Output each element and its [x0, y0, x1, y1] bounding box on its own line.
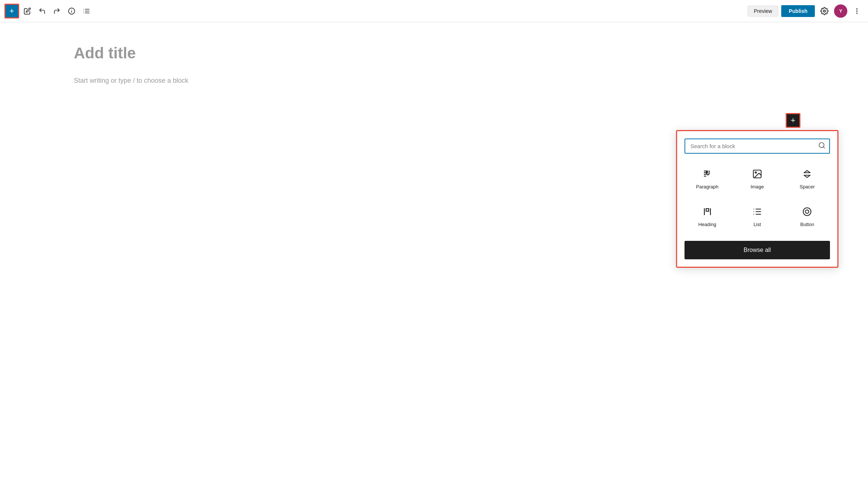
search-box-wrap	[685, 139, 830, 154]
block-item-list[interactable]: List	[734, 200, 780, 233]
add-block-button[interactable]: +	[4, 4, 19, 18]
paragraph-icon	[702, 169, 713, 181]
block-item-heading[interactable]: Heading	[685, 200, 730, 233]
browse-all-button[interactable]: Browse all	[685, 241, 830, 259]
svg-point-11	[857, 11, 857, 11]
more-options-button[interactable]	[850, 4, 864, 18]
block-picker-popup: Paragraph Image	[676, 130, 838, 268]
undo-button[interactable]	[35, 4, 49, 18]
undo-icon	[38, 7, 46, 15]
spacer-icon	[802, 169, 812, 181]
heading-icon	[702, 206, 713, 219]
svg-point-26	[806, 210, 809, 213]
body-placeholder[interactable]: Start writing or type / to choose a bloc…	[74, 77, 794, 85]
svg-point-16	[755, 172, 757, 173]
block-label-image: Image	[751, 184, 764, 189]
block-label-heading: Heading	[698, 222, 716, 227]
title-placeholder[interactable]: Add title	[74, 44, 794, 62]
block-grid: Paragraph Image	[685, 163, 830, 233]
search-icon	[818, 141, 826, 151]
pencil-icon	[24, 7, 31, 15]
list-icon	[752, 206, 762, 219]
redo-button[interactable]	[50, 4, 64, 18]
editor-area: Add title Start writing or type / to cho…	[0, 22, 868, 502]
block-item-paragraph[interactable]: Paragraph	[685, 163, 730, 196]
info-icon	[68, 7, 75, 15]
list-view-button[interactable]	[80, 4, 93, 18]
toolbar: +	[0, 0, 868, 22]
block-label-paragraph: Paragraph	[696, 184, 718, 189]
info-button[interactable]	[65, 4, 78, 18]
svg-line-14	[823, 147, 825, 148]
svg-point-25	[803, 208, 811, 216]
redo-icon	[53, 7, 61, 15]
svg-point-12	[857, 13, 857, 14]
block-item-button[interactable]: Button	[785, 200, 830, 233]
block-label-button: Button	[800, 222, 814, 227]
yoast-button[interactable]: Y	[834, 4, 847, 18]
list-view-icon	[83, 7, 90, 15]
button-icon	[802, 206, 812, 219]
search-input[interactable]	[685, 139, 830, 154]
svg-point-10	[857, 8, 857, 9]
settings-button[interactable]	[818, 4, 831, 18]
block-label-list: List	[754, 222, 761, 227]
settings-icon	[820, 7, 828, 15]
toolbar-right: Preview Publish Y	[748, 4, 864, 18]
preview-button[interactable]: Preview	[748, 6, 779, 17]
svg-point-9	[823, 10, 826, 12]
more-icon	[853, 7, 861, 15]
edit-button[interactable]	[21, 4, 34, 18]
add-block-floating-button[interactable]: +	[786, 113, 800, 128]
publish-button[interactable]: Publish	[781, 5, 815, 17]
block-label-spacer: Spacer	[800, 184, 815, 189]
block-item-image[interactable]: Image	[734, 163, 780, 196]
toolbar-left: +	[4, 4, 93, 18]
image-icon	[752, 169, 762, 181]
block-item-spacer[interactable]: Spacer	[785, 163, 830, 196]
